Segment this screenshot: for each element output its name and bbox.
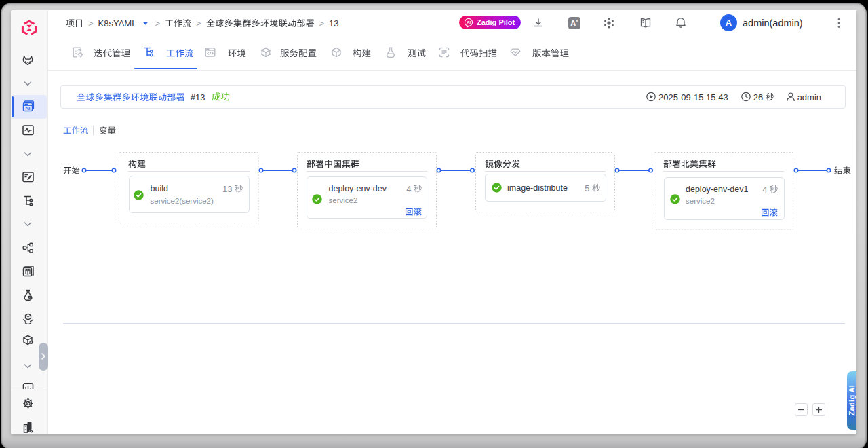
svg-text:PM: PM bbox=[26, 107, 31, 111]
svg-text:AI: AI bbox=[467, 20, 471, 24]
